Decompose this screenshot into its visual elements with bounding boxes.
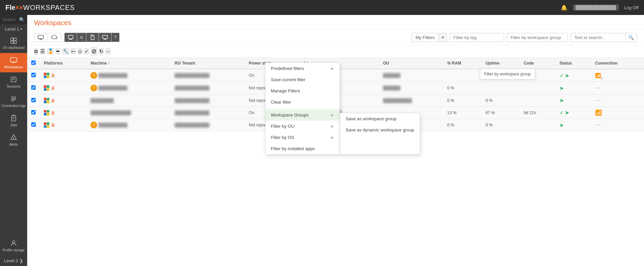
workspace-groups-submenu: Save as workspace group Save as dynamic … — [340, 113, 420, 155]
search-icon[interactable]: 🔍 — [19, 17, 25, 22]
search-input[interactable] — [3, 17, 18, 22]
svg-rect-3 — [14, 41, 16, 43]
my-filters-dropdown[interactable]: My Filters ▾ — [411, 33, 447, 42]
topbar: Fle ×× WORKSPACES 🔔 ██████████████ Log O… — [0, 0, 644, 15]
screen-button[interactable] — [99, 33, 111, 42]
more-button[interactable]: ··· — [106, 48, 110, 54]
svg-rect-18 — [38, 35, 43, 39]
rdp-button[interactable] — [65, 33, 77, 42]
profile-storage-icon — [10, 240, 17, 247]
sidebar-level-selector[interactable]: Level 1 ▾ — [0, 24, 27, 34]
logoff-button[interactable]: Log Off — [624, 5, 639, 10]
svg-rect-21 — [68, 35, 73, 39]
monitor-icon: 🖥 — [51, 85, 55, 91]
dropdown-overlay: Predefined filters ▶ Save current filter… — [265, 63, 420, 155]
row-checkbox[interactable] — [31, 122, 36, 127]
check-button[interactable]: ✓ — [84, 48, 89, 54]
ram-cell: 13 % — [443, 107, 482, 119]
workspace-groups-item[interactable]: Workspace Groups ▶ — [265, 109, 340, 121]
sidebar-item-ux-dashboard[interactable]: UX dashboard — [0, 34, 27, 53]
clear-filter-item[interactable]: Clear filter — [265, 96, 340, 108]
platforms-cell: 🖥 — [40, 94, 86, 107]
uptime-header: Uptime — [482, 58, 520, 69]
wrench-button[interactable]: 🔧 — [63, 48, 69, 54]
logo-workspaces: WORKSPACES — [23, 4, 75, 12]
toolbar-row1: ⊙ ? My Filters ▾ — [27, 30, 644, 45]
filter-by-workspace-group-input[interactable] — [507, 33, 568, 42]
sidebar-item-sessions[interactable]: Sessions — [0, 72, 27, 92]
filter-by-ou-item[interactable]: Filter by OU ▶ — [265, 121, 340, 132]
page-title: Workspaces — [34, 19, 637, 27]
filter-by-tag-input[interactable] — [450, 33, 504, 42]
machine-cell: ████████ — [86, 94, 171, 107]
submenu-arrow-icon: ▶ — [331, 67, 334, 70]
filter-by-installed-apps-item[interactable]: Filter by installed apps — [265, 143, 340, 154]
list-view-button[interactable]: ☰ — [40, 48, 45, 54]
machine-cell: ! ██████████ — [86, 82, 171, 94]
sidebar-item-workspaces[interactable]: Workspaces — [0, 53, 27, 72]
ram-cell — [443, 69, 482, 82]
platforms-header: Platforms — [40, 58, 86, 69]
machine-cell: ██████████████ — [86, 107, 171, 119]
filter-by-os-item[interactable]: Filter by OS ▶ — [265, 132, 340, 143]
rg-tenant-cell: ████████████ — [171, 94, 245, 107]
award-button[interactable]: 🏅 — [47, 48, 54, 54]
desktop-view-button[interactable] — [34, 33, 48, 41]
svg-point-16 — [14, 139, 14, 139]
monitor-icon: 🖥 — [51, 122, 55, 128]
status-cell: ✓ ➤ — [555, 69, 591, 82]
cloud-view-button[interactable] — [48, 33, 61, 41]
machine-header[interactable]: Machine ↑ — [86, 58, 171, 69]
row-checkbox[interactable] — [31, 73, 36, 77]
sidebar-level-bottom[interactable]: Level 2 ❯ — [0, 255, 27, 266]
block-button[interactable]: ⊘ — [91, 47, 97, 55]
copy-action-button[interactable]: ⧉ — [34, 48, 38, 55]
select-all-header — [27, 58, 40, 69]
text-search-input[interactable] — [571, 33, 625, 42]
connection-logs-icon — [10, 95, 17, 103]
svg-rect-24 — [91, 36, 94, 40]
sidebar-item-jobs[interactable]: Jobs — [0, 111, 27, 130]
save-current-filter-item[interactable]: Save current filter — [265, 74, 340, 85]
ux-dashboard-icon — [10, 37, 17, 45]
topbar-right: 🔔 ██████████████ Log Off — [561, 4, 639, 11]
diamond-button[interactable]: ◇ — [78, 48, 82, 54]
manage-filters-item[interactable]: Manage Filters — [265, 85, 340, 96]
content-header: Workspaces — [27, 15, 644, 30]
select-all-checkbox[interactable] — [31, 60, 36, 65]
copy-button[interactable] — [86, 33, 99, 42]
machine-cell: ! ██████████ — [86, 119, 171, 131]
level-bottom-arrow: ❯ — [19, 258, 23, 263]
refresh-button[interactable]: ↻ — [99, 48, 104, 54]
connection-header: Connection — [591, 58, 644, 69]
svg-rect-1 — [14, 38, 16, 40]
sidebar-item-label: Connection logs — [1, 104, 26, 108]
svg-rect-25 — [103, 35, 107, 39]
text-search-button[interactable]: 🔍 — [625, 33, 637, 42]
flow-button[interactable]: ⊢ — [71, 48, 76, 54]
row-checkbox[interactable] — [31, 98, 36, 102]
rg-tenant-header: RG Tenant — [171, 58, 245, 69]
my-filters-menu: Predefined filters ▶ Save current filter… — [265, 63, 340, 155]
feather-button[interactable]: ✒ — [56, 48, 60, 54]
bell-icon[interactable]: 🔔 — [561, 4, 568, 11]
filter-workspace-group-tooltip: Filter by workspace group — [480, 69, 535, 79]
unknown-button[interactable]: ? — [111, 33, 119, 42]
sidebar-item-label: Profile storage — [3, 248, 24, 252]
predefined-filters-item[interactable]: Predefined filters ▶ — [265, 63, 340, 74]
logo: Fle ×× WORKSPACES — [5, 4, 75, 12]
row-checkbox[interactable] — [31, 110, 36, 114]
sidebar-item-connection-logs[interactable]: Connection logs — [0, 92, 27, 111]
ram-cell: 0 % — [443, 94, 482, 107]
machine-cell: ! ██████████ — [86, 69, 171, 82]
ica-button[interactable]: ⊙ — [77, 33, 86, 42]
level-bottom-label: Level 2 — [4, 258, 18, 263]
platforms-cell: 🖥 — [40, 69, 86, 82]
save-as-workspace-group-item[interactable]: Save as workspace group — [340, 113, 420, 124]
filter-area: My Filters ▾ 🔍 — [411, 33, 637, 42]
svg-rect-2 — [11, 41, 13, 43]
save-as-dynamic-workspace-group-item[interactable]: Save as dynamic workspace group — [340, 124, 420, 136]
sidebar-item-alerts[interactable]: Alerts — [0, 130, 27, 150]
row-checkbox[interactable] — [31, 85, 36, 90]
sidebar-item-profile-storage[interactable]: Profile storage — [0, 236, 27, 255]
